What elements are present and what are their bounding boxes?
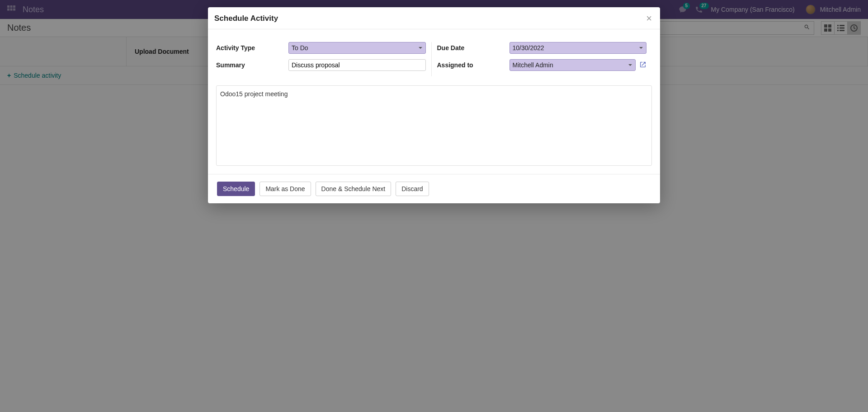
activity-type-select[interactable]: To Do [288,42,426,54]
chevron-down-icon [417,45,424,51]
chevron-down-icon [627,62,633,68]
activity-type-label: Activity Type [216,44,288,52]
chevron-down-icon [638,45,644,51]
assigned-to-label: Assigned to [437,61,509,69]
summary-input[interactable] [288,59,426,71]
close-button[interactable]: × [646,14,652,23]
schedule-activity-modal: Schedule Activity × Activity Type To Do [208,7,660,85]
due-date-value: 10/30/2022 [513,44,544,52]
modal-overlay[interactable]: Schedule Activity × Activity Type To Do [0,0,868,85]
activity-type-value: To Do [292,44,308,52]
summary-label: Summary [216,61,288,69]
modal-title: Schedule Activity [214,14,278,23]
external-link-icon[interactable] [639,61,646,70]
due-date-input[interactable]: 10/30/2022 [509,42,647,54]
assigned-to-select[interactable]: Mitchell Admin [509,59,636,71]
due-date-label: Due Date [437,44,509,52]
assigned-to-value: Mitchell Admin [513,61,553,69]
